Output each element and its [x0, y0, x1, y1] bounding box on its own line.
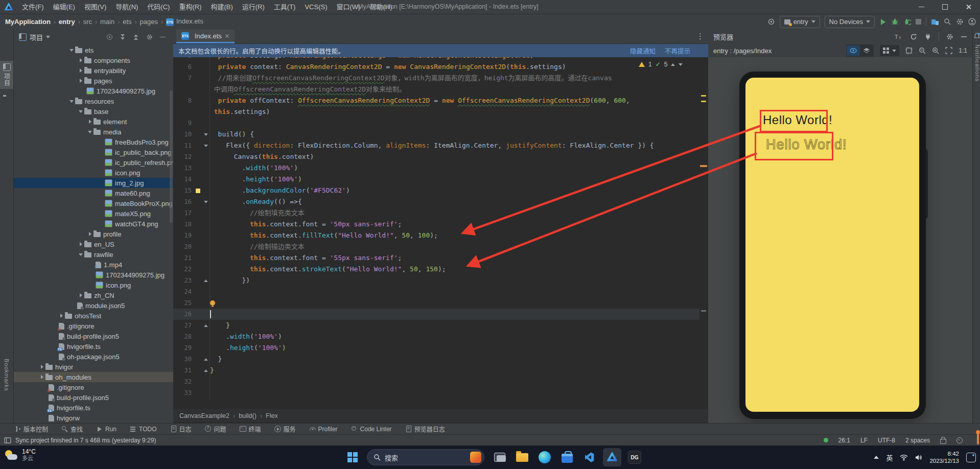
- tree-item[interactable]: hvigorfile.ts: [14, 341, 173, 351]
- locate-file-icon[interactable]: [106, 34, 113, 40]
- toolwindow-button-doc[interactable]: 预览器日志: [405, 425, 445, 433]
- tree-item[interactable]: ohosTest: [14, 311, 173, 321]
- tree-item[interactable]: entryability: [14, 65, 173, 76]
- chevron-down-icon[interactable]: [46, 36, 50, 38]
- tree-item[interactable]: icon.png: [14, 280, 173, 290]
- tree-toggle-icon[interactable]: [77, 293, 84, 297]
- tree-item[interactable]: profile: [14, 229, 173, 239]
- taskbar-vscode-button[interactable]: [580, 448, 599, 466]
- tree-toggle-icon[interactable]: [68, 100, 75, 103]
- preview-2d-icon[interactable]: [847, 45, 860, 56]
- preview-grid-selector[interactable]: [880, 45, 899, 56]
- hide-panel-icon[interactable]: [159, 34, 166, 40]
- stop-button[interactable]: [916, 19, 921, 25]
- tree-item[interactable]: icon.png: [14, 168, 173, 178]
- tree-item[interactable]: 1702344909275.jpg: [14, 270, 173, 280]
- fold-marker-icon[interactable]: [204, 145, 208, 147]
- tree-item[interactable]: components: [14, 55, 173, 65]
- layout-toggle-icon[interactable]: [4, 437, 11, 443]
- taskbar-search-input[interactable]: 搜索: [367, 449, 484, 465]
- taskbar-dg-button[interactable]: DG: [625, 448, 644, 466]
- taskbar-edge-button[interactable]: [535, 448, 554, 466]
- tree-item[interactable]: img_2.jpg: [14, 178, 173, 188]
- tree-item[interactable]: base: [14, 106, 173, 116]
- toolwindow-button-todo[interactable]: TODO: [130, 426, 156, 433]
- zoom-ratio-label[interactable]: 1:1: [959, 47, 967, 54]
- readonly-lock-icon[interactable]: [940, 439, 946, 444]
- toolwindow-button-branch[interactable]: 版本控制: [14, 425, 48, 433]
- tree-toggle-icon[interactable]: [58, 314, 65, 318]
- tree-item[interactable]: oh-package.json5: [14, 351, 173, 362]
- tree-toggle-icon[interactable]: [68, 49, 75, 52]
- run-button[interactable]: [879, 18, 886, 26]
- toolwindow-button-error[interactable]: 问题: [205, 425, 226, 433]
- editor-options-icon[interactable]: ⋮: [696, 32, 704, 41]
- breadcrumb-item[interactable]: src: [83, 18, 92, 26]
- breadcrumb-item[interactable]: entry: [59, 18, 75, 26]
- profile-avatar-icon[interactable]: [968, 18, 976, 26]
- device-manager-icon[interactable]: [931, 18, 939, 26]
- tree-item[interactable]: freeBudsPro3.png: [14, 137, 173, 147]
- tree-toggle-icon[interactable]: [77, 242, 84, 246]
- settings-gear-icon[interactable]: [956, 18, 964, 26]
- breadcrumb-item[interactable]: main: [100, 18, 114, 26]
- tree-item[interactable]: 1702344909275.jpg: [14, 86, 173, 96]
- toolwindow-button-lint[interactable]: Code Linter: [351, 426, 392, 433]
- expand-all-icon[interactable]: [120, 34, 126, 40]
- tree-item[interactable]: ic_public_refresh.png: [14, 157, 173, 168]
- color-swatch[interactable]: [195, 188, 201, 194]
- volume-icon[interactable]: [915, 454, 922, 461]
- zoom-in-icon[interactable]: [932, 47, 939, 54]
- tree-item[interactable]: pages: [14, 76, 173, 86]
- debug-button[interactable]: [891, 18, 899, 26]
- tab-index-ets[interactable]: ETS Index.ets: [176, 30, 235, 43]
- input-language-indicator[interactable]: 英: [886, 453, 893, 462]
- toolwindow-button-service[interactable]: 服务: [274, 425, 296, 433]
- tree-item[interactable]: 1.mp4: [14, 260, 173, 270]
- tree-scrollbar[interactable]: [170, 90, 173, 223]
- tree-toggle-icon[interactable]: [86, 120, 94, 124]
- menu-item[interactable]: 文件(F): [17, 0, 49, 14]
- editor-breadcrumb-item[interactable]: build(): [239, 412, 256, 419]
- preview-layers-icon[interactable]: [860, 45, 873, 56]
- tree-item[interactable]: build-profile.json5: [14, 331, 173, 341]
- tree-toggle-icon[interactable]: [86, 131, 94, 133]
- fold-marker-icon[interactable]: [204, 358, 208, 361]
- tree-toggle-icon[interactable]: [38, 375, 45, 379]
- tree-item[interactable]: build-profile.json5: [14, 392, 173, 403]
- tree-item[interactable]: .gitignore: [14, 321, 173, 331]
- notification-center-icon[interactable]: [966, 453, 976, 462]
- minimize-button[interactable]: [909, 0, 933, 14]
- wifi-icon[interactable]: [900, 454, 908, 461]
- bookmarks-tab-label[interactable]: Bookmarks: [4, 359, 10, 391]
- tree-item[interactable]: en_US: [14, 239, 173, 249]
- previewer-settings-gear-icon[interactable]: [946, 33, 953, 40]
- zoom-out-icon[interactable]: [919, 47, 926, 54]
- menu-item[interactable]: 构建(B): [206, 0, 237, 14]
- menu-item[interactable]: 运行(R): [238, 0, 269, 14]
- tree-toggle-icon[interactable]: [38, 365, 45, 369]
- collapse-all-icon[interactable]: [133, 34, 139, 40]
- code-editor[interactable]: 5private settings: RenderingContextSetti…: [173, 57, 699, 409]
- module-selector[interactable]: entry: [780, 16, 820, 28]
- breadcrumb-item[interactable]: pages: [140, 18, 158, 26]
- search-highlight-image[interactable]: [470, 452, 481, 463]
- taskbar-store-button[interactable]: [558, 448, 576, 466]
- tree-item[interactable]: .gitignore: [14, 382, 173, 392]
- menu-item[interactable]: 编辑(E): [49, 0, 80, 14]
- fold-marker-icon[interactable]: [204, 201, 208, 203]
- toolwindow-button-search[interactable]: 查找: [61, 425, 83, 433]
- tree-item[interactable]: mateBookProX.png: [14, 198, 173, 208]
- dont-remind-link[interactable]: 不再提示: [665, 46, 690, 56]
- tree-item[interactable]: rawfile: [14, 249, 173, 260]
- frame-bounds-icon[interactable]: [905, 47, 913, 54]
- tree-item[interactable]: resources: [14, 96, 173, 106]
- tree-item[interactable]: zh_CN: [14, 290, 173, 300]
- font-scale-icon[interactable]: T T: [895, 33, 903, 40]
- editor-breadcrumb-item[interactable]: CanvasExample2: [179, 412, 229, 419]
- tree-item[interactable]: ets: [14, 45, 173, 55]
- maximize-button[interactable]: [933, 0, 956, 14]
- preview-canvas[interactable]: Hello World! Hello World!: [708, 57, 972, 423]
- prev-issue-icon[interactable]: [671, 63, 675, 66]
- tree-item[interactable]: media: [14, 127, 173, 137]
